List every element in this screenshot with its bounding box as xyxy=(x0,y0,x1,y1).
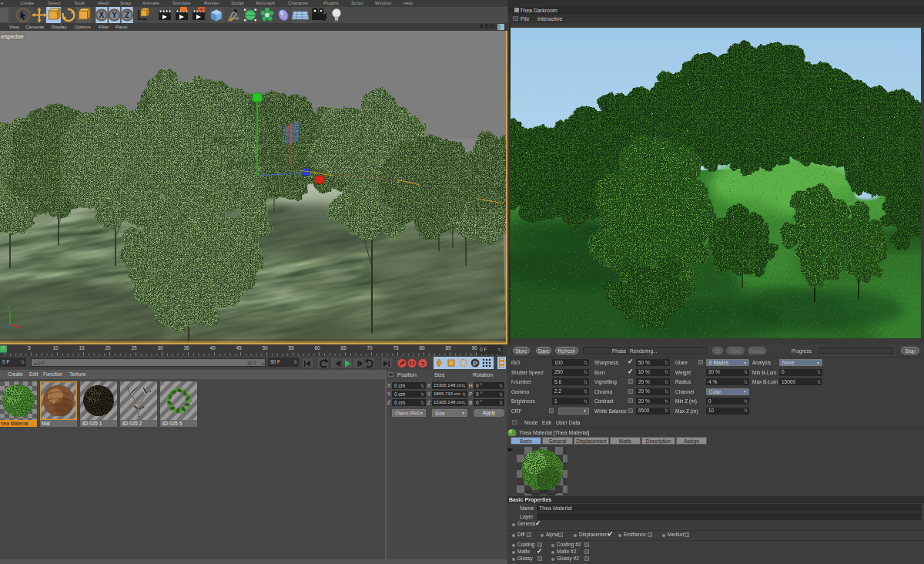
svg-text:85: 85 xyxy=(445,345,451,351)
svg-text:P: P xyxy=(473,360,477,368)
svg-text:60: 60 xyxy=(314,345,320,351)
svg-text:90: 90 xyxy=(471,345,477,351)
svg-text:65: 65 xyxy=(340,345,346,351)
svg-text:20: 20 xyxy=(105,345,111,351)
svg-text:X: X xyxy=(99,11,105,19)
svg-text:Y: Y xyxy=(7,305,11,311)
svg-text:40: 40 xyxy=(209,345,216,351)
svg-text:25: 25 xyxy=(131,345,137,351)
svg-text:35: 35 xyxy=(183,345,189,351)
svg-text:50: 50 xyxy=(262,345,268,351)
svg-text:55: 55 xyxy=(288,345,294,351)
svg-text:10: 10 xyxy=(52,345,59,351)
svg-text:Y: Y xyxy=(112,11,117,19)
svg-text:70: 70 xyxy=(367,345,373,351)
svg-text:0: 0 xyxy=(2,345,5,351)
svg-text:75: 75 xyxy=(393,345,399,351)
svg-text:80: 80 xyxy=(419,345,425,351)
svg-text:15: 15 xyxy=(79,345,85,351)
svg-text:Z: Z xyxy=(125,11,129,19)
svg-text:30: 30 xyxy=(157,345,163,351)
svg-text:45: 45 xyxy=(236,345,242,351)
svg-text:5: 5 xyxy=(28,345,31,351)
svg-text:?: ? xyxy=(421,361,425,368)
